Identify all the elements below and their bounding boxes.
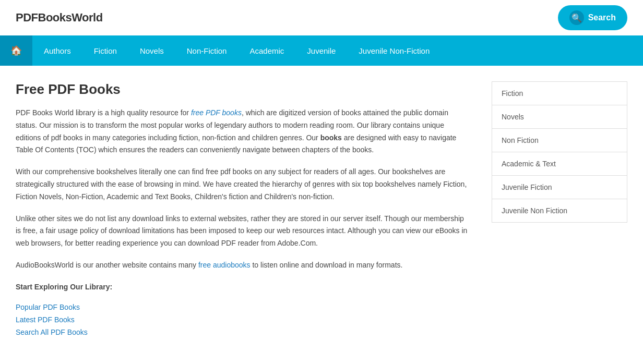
intro-paragraph: PDF Books World library is a high qualit… bbox=[16, 107, 471, 156]
home-icon: 🏠 bbox=[10, 45, 22, 56]
sidebar-item-juvenile-fiction[interactable]: Juvenile Fiction bbox=[492, 175, 627, 199]
nav-items: AuthorsFictionNovelsNon-FictionAcademicJ… bbox=[32, 37, 441, 65]
main-content: Free PDF Books PDF Books World library i… bbox=[0, 66, 643, 356]
content-area: Free PDF Books PDF Books World library i… bbox=[16, 81, 492, 341]
sidebar-item-juvenile-non-fiction[interactable]: Juvenile Non Fiction bbox=[492, 199, 627, 223]
bookshelves-paragraph: With our comprehensive bookshelves liter… bbox=[16, 166, 471, 203]
search-button[interactable]: 🔍 Search bbox=[558, 5, 627, 30]
site-logo: PDFBooksWorld bbox=[16, 11, 103, 25]
nav-item-academic[interactable]: Academic bbox=[238, 37, 295, 65]
sidebar: FictionNovelsNon FictionAcademic & TextJ… bbox=[492, 81, 627, 341]
sidebar-item-academic-&-text[interactable]: Academic & Text bbox=[492, 152, 627, 175]
audiobooks-link[interactable]: free audiobooks bbox=[198, 261, 251, 269]
explore-links: Popular PDF BooksLatest PDF BooksSearch … bbox=[16, 303, 471, 336]
explore-link-search-all-pdf-books[interactable]: Search All PDF Books bbox=[16, 328, 471, 336]
sidebar-item-novels[interactable]: Novels bbox=[492, 105, 627, 128]
sidebar-items: FictionNovelsNon FictionAcademic & TextJ… bbox=[492, 81, 627, 223]
explore-title: Start Exploring Our Library: bbox=[16, 281, 471, 294]
explore-link-popular-pdf-books[interactable]: Popular PDF Books bbox=[16, 303, 471, 311]
home-button[interactable]: 🏠 bbox=[0, 35, 32, 66]
free-pdf-books-link[interactable]: free PDF books bbox=[191, 108, 242, 117]
header: PDFBooksWorld 🔍 Search bbox=[0, 0, 643, 35]
sidebar-item-non-fiction[interactable]: Non Fiction bbox=[492, 128, 627, 152]
policy-paragraph: Unlike other sites we do not list any do… bbox=[16, 213, 471, 250]
audiobooks-paragraph: AudioBooksWorld is our another website c… bbox=[16, 259, 471, 272]
explore-link-latest-pdf-books[interactable]: Latest PDF Books bbox=[16, 316, 471, 324]
nav-item-fiction[interactable]: Fiction bbox=[82, 37, 128, 65]
nav-item-authors[interactable]: Authors bbox=[32, 37, 82, 65]
nav-item-juvenile-non-fiction[interactable]: Juvenile Non-Fiction bbox=[347, 37, 441, 65]
search-label: Search bbox=[588, 13, 616, 22]
page-title: Free PDF Books bbox=[16, 81, 471, 98]
nav-item-non-fiction[interactable]: Non-Fiction bbox=[175, 37, 239, 65]
nav-item-novels[interactable]: Novels bbox=[128, 37, 175, 65]
navbar: 🏠 AuthorsFictionNovelsNon-FictionAcademi… bbox=[0, 35, 643, 66]
search-icon: 🔍 bbox=[569, 10, 584, 25]
nav-item-juvenile[interactable]: Juvenile bbox=[295, 37, 347, 65]
sidebar-item-fiction[interactable]: Fiction bbox=[492, 81, 627, 105]
